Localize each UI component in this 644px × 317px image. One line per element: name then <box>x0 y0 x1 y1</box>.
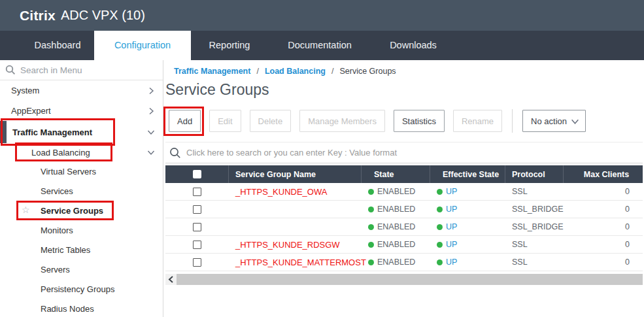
edit-button[interactable]: Edit <box>209 110 241 132</box>
page-title: Service Groups <box>165 80 643 99</box>
max-clients-cell: 0 <box>564 201 643 218</box>
manage-members-button[interactable]: Manage Members <box>299 110 385 132</box>
column-header-name[interactable]: Service Group Name <box>229 165 362 183</box>
row-checkbox[interactable] <box>193 258 201 267</box>
chevron-down-icon <box>147 148 155 156</box>
table-row[interactable]: _HTTPS_KUNDE_OWA ENABLED UP SSL 0 <box>165 183 643 201</box>
sidebar-item-radius-nodes[interactable]: Radius Nodes <box>0 299 163 317</box>
rename-button[interactable]: Rename <box>453 110 502 132</box>
protocol-cell: SSL_BRIDGE <box>505 201 564 218</box>
protocol-cell: SSL_BRIDGE <box>505 218 564 235</box>
chevron-down-icon <box>147 128 155 136</box>
up-status-dot <box>437 224 443 230</box>
row-checkbox[interactable] <box>193 241 201 249</box>
product-name: ADC VPX (10) <box>61 8 145 23</box>
add-button[interactable]: Add <box>169 110 201 132</box>
table-row[interactable]: _HTTPS_KUNDE_RDSGW ENABLED UP SSL 0 <box>165 236 643 254</box>
sidebar-item-monitors[interactable]: Monitors <box>0 220 163 240</box>
max-clients-cell: 0 <box>564 183 643 200</box>
statistics-button[interactable]: Statistics <box>394 110 445 132</box>
service-groups-table: Service Group Name State Effective State… <box>165 165 643 271</box>
sidebar-search[interactable] <box>0 60 163 80</box>
table-header: Service Group Name State Effective State… <box>165 165 643 183</box>
row-checkbox[interactable] <box>193 205 201 214</box>
column-header-effective-state[interactable]: Effective State <box>430 165 505 183</box>
chevron-right-icon <box>147 107 155 115</box>
sidebar-item-traffic-management[interactable]: Traffic Management <box>0 121 163 143</box>
max-clients-cell: 0 <box>564 236 643 253</box>
sidebar: System AppExpert Traffic Management <box>0 60 163 317</box>
enabled-status-dot <box>368 242 374 248</box>
service-group-name[interactable]: _HTTPS_KUNDE_MATTERMOST <box>229 254 362 271</box>
table-search-bar[interactable]: Click here to search or you can enter Ke… <box>165 142 643 163</box>
breadcrumb-separator: / <box>331 67 333 76</box>
up-status-dot <box>437 189 443 195</box>
sidebar-item-metric-tables[interactable]: Metric Tables <box>0 240 163 259</box>
up-status-dot <box>437 242 443 248</box>
sidebar-item-virtual-servers[interactable]: Virtual Servers <box>0 161 163 181</box>
sidebar-item-services[interactable]: Services <box>0 181 163 201</box>
scrollbar-track[interactable] <box>177 274 643 285</box>
chevron-right-icon <box>147 87 155 95</box>
row-checkbox[interactable] <box>193 188 201 196</box>
scroll-left-arrow-icon[interactable] <box>165 274 177 285</box>
protocol-cell: SSL <box>505 236 564 253</box>
protocol-cell: SSL <box>505 254 564 271</box>
breadcrumb: Traffic Management / Load Balancing / Se… <box>165 60 643 76</box>
sidebar-item-load-balancing[interactable]: Load Balancing <box>0 143 163 161</box>
select-all-checkbox[interactable] <box>193 170 201 178</box>
max-clients-cell: 0 <box>564 254 643 271</box>
action-dropdown[interactable]: No action <box>522 110 586 132</box>
table-row[interactable]: ENABLED UP SSL_BRIDGE 0 <box>165 201 643 218</box>
table-search-placeholder: Click here to search or you can enter Ke… <box>186 148 397 158</box>
up-status-dot <box>437 207 443 212</box>
search-icon <box>5 65 16 75</box>
enabled-status-dot <box>368 224 374 230</box>
breadcrumb-traffic-management[interactable]: Traffic Management <box>174 67 250 76</box>
enabled-status-dot <box>368 189 374 195</box>
favorite-star-icon[interactable]: ☆ <box>22 205 30 215</box>
breadcrumb-separator: / <box>256 67 258 76</box>
max-clients-cell: 0 <box>564 218 643 235</box>
tab-downloads[interactable]: Downloads <box>371 31 455 60</box>
tab-dashboard[interactable]: Dashboard <box>21 31 94 60</box>
citrix-adc-app: Citrix ADC VPX (10) Dashboard Configurat… <box>0 0 644 317</box>
service-group-name[interactable]: _HTTPS_KUNDE_RDSGW <box>229 236 362 253</box>
toolbar: Add Edit Delete Manage Members Statistic… <box>165 109 643 133</box>
service-group-name[interactable] <box>229 201 362 218</box>
action-dropdown-value: No action <box>531 116 567 126</box>
sidebar-item-appexpert[interactable]: AppExpert <box>0 101 163 121</box>
sidebar-item-service-groups[interactable]: ☆ Service Groups <box>0 201 163 220</box>
up-status-dot <box>437 259 443 265</box>
sidebar-search-input[interactable] <box>20 65 144 75</box>
column-header-state[interactable]: State <box>362 165 430 183</box>
column-header-protocol[interactable]: Protocol <box>505 165 564 183</box>
column-header-max-clients[interactable]: Max Clients <box>564 165 643 183</box>
service-group-name[interactable]: _HTTPS_KUNDE_OWA <box>229 183 362 200</box>
breadcrumb-load-balancing[interactable]: Load Balancing <box>265 67 326 76</box>
sidebar-item-system[interactable]: System <box>0 80 163 101</box>
chevron-down-icon <box>571 117 579 125</box>
search-icon <box>169 147 181 159</box>
horizontal-scrollbar[interactable] <box>165 274 643 285</box>
main-content: Traffic Management / Load Balancing / Se… <box>163 60 644 317</box>
enabled-status-dot <box>368 259 374 265</box>
delete-button[interactable]: Delete <box>250 110 292 132</box>
top-brand-bar: Citrix ADC VPX (10) <box>0 0 644 31</box>
table-row[interactable]: ENABLED UP SSL_BRIDGE 0 <box>165 218 643 236</box>
toolbar-divider <box>512 109 513 133</box>
sidebar-item-servers[interactable]: Servers <box>0 259 163 279</box>
row-checkbox[interactable] <box>193 223 201 231</box>
table-row[interactable]: _HTTPS_KUNDE_MATTERMOST ENABLED UP SSL 0 <box>165 254 643 271</box>
protocol-cell: SSL <box>505 183 564 200</box>
sidebar-item-persistency-groups[interactable]: Persistency Groups <box>0 279 163 299</box>
breadcrumb-current: Service Groups <box>339 67 396 76</box>
brand-logo: Citrix <box>20 8 56 24</box>
main-nav: Dashboard Configuration Reporting Docume… <box>0 31 644 60</box>
service-group-name[interactable] <box>229 218 362 235</box>
tab-configuration[interactable]: Configuration <box>94 31 191 60</box>
active-item-indicator <box>0 121 7 143</box>
tab-reporting[interactable]: Reporting <box>191 31 268 60</box>
tab-documentation[interactable]: Documentation <box>268 31 371 60</box>
enabled-status-dot <box>368 207 374 212</box>
